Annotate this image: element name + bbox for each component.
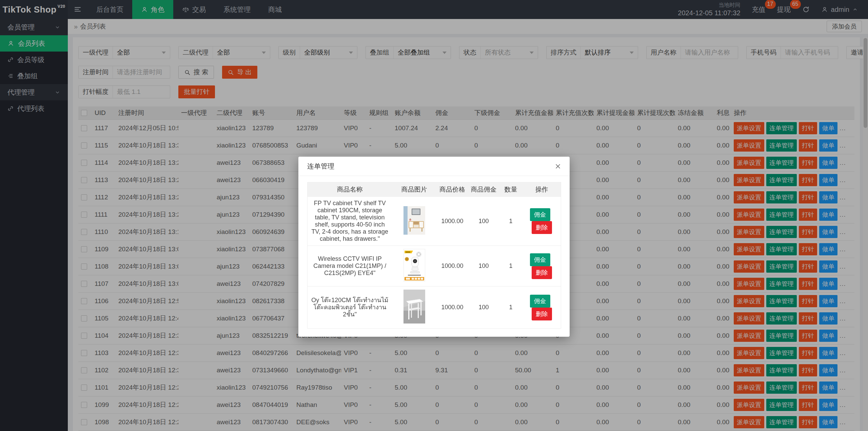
product-row: Wireless CCTV WIFI IP Camera model C21(1… bbox=[308, 246, 561, 287]
product-image-tv-cabinet bbox=[403, 206, 425, 235]
cell-product-price: 1000.00 bbox=[436, 246, 469, 287]
chain-order-modal: 连单管理 商品名称商品图片商品价格商品佣金数量操作 FP TV cabinet … bbox=[298, 157, 570, 337]
cell-quantity: 1 bbox=[499, 197, 523, 246]
product-image-ip-camera bbox=[403, 249, 425, 281]
cell-product-commission: 100 bbox=[469, 246, 499, 287]
cell-product-price: 1000.00 bbox=[436, 197, 469, 246]
cell-product-commission: 100 bbox=[469, 287, 499, 329]
col-product-image: 商品图片 bbox=[392, 182, 436, 197]
product-row: Oy โต๊ะ120CM โต๊ะทำงานไม้ โต๊ะคอมพิวเตอร… bbox=[308, 287, 561, 329]
cell-product-name: FP TV cabinet TV shelf TV cabinet 190CM,… bbox=[308, 197, 392, 246]
cell-product-name: Wireless CCTV WIFI IP Camera model C21(1… bbox=[308, 246, 392, 287]
col-product-commission: 商品佣金 bbox=[469, 182, 499, 197]
product-row: FP TV cabinet TV shelf TV cabinet 190CM,… bbox=[308, 197, 561, 246]
col-actions: 操作 bbox=[523, 182, 561, 197]
cell-quantity: 1 bbox=[499, 246, 523, 287]
close-icon[interactable] bbox=[555, 163, 561, 169]
delete-button[interactable]: 删除 bbox=[532, 266, 552, 279]
cell-actions: 佣金删除 bbox=[523, 246, 561, 287]
cell-product-price: 1000.00 bbox=[436, 287, 469, 329]
modal-header: 连单管理 bbox=[298, 157, 570, 176]
delete-button[interactable]: 删除 bbox=[532, 221, 552, 234]
commission-button[interactable]: 佣金 bbox=[530, 208, 550, 221]
modal-body: 商品名称商品图片商品价格商品佣金数量操作 FP TV cabinet TV sh… bbox=[298, 176, 570, 337]
commission-button[interactable]: 佣金 bbox=[530, 253, 550, 266]
cell-actions: 佣金删除 bbox=[523, 287, 561, 329]
col-product-price: 商品价格 bbox=[436, 182, 469, 197]
col-product-name: 商品名称 bbox=[308, 182, 392, 197]
commission-button[interactable]: 佣金 bbox=[530, 295, 550, 308]
cell-product-commission: 100 bbox=[469, 197, 499, 246]
col-quantity: 数量 bbox=[499, 182, 523, 197]
delete-button[interactable]: 删除 bbox=[532, 308, 552, 320]
cell-quantity: 1 bbox=[499, 287, 523, 329]
cell-product-image bbox=[392, 287, 436, 329]
cell-product-image bbox=[392, 197, 436, 246]
cell-product-image bbox=[392, 246, 436, 287]
cell-actions: 佣金删除 bbox=[523, 197, 561, 246]
product-table: 商品名称商品图片商品价格商品佣金数量操作 FP TV cabinet TV sh… bbox=[307, 182, 561, 329]
cell-product-name: Oy โต๊ะ120CM โต๊ะทำงานไม้ โต๊ะคอมพิวเตอร… bbox=[308, 287, 392, 329]
modal-title: 连单管理 bbox=[307, 162, 334, 171]
product-image-white-desk bbox=[403, 290, 425, 324]
